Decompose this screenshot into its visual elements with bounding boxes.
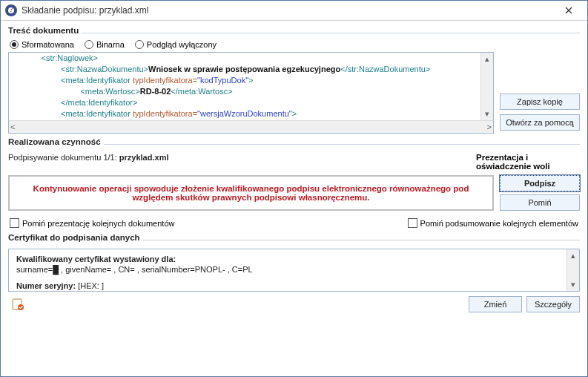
podpisz-button[interactable]: Podpisz — [500, 175, 580, 191]
radio-icon — [135, 40, 144, 49]
xml-preview[interactable]: <str:Naglowek> <str:NazwaDokumentu>Wnios… — [8, 52, 494, 134]
group-czynnosc: Realizowana czynność Podpisywanie dokume… — [8, 140, 580, 229]
pomin-button[interactable]: Pomiń — [500, 194, 580, 211]
cert-subject: surname=█ , givenName= , CN= , serialNum… — [16, 264, 572, 275]
app-icon: ? — [5, 4, 17, 16]
radio-label: Podgląd wyłączony — [147, 40, 217, 49]
zapisz-button[interactable]: Zapisz kopię — [500, 94, 580, 110]
warning-box: Kontynuowanie operacji spowoduje złożeni… — [8, 175, 494, 211]
otworz-button[interactable]: Otwórz za pomocą — [500, 114, 580, 131]
window-title: Składanie podpisu: przyklad.xml — [22, 5, 148, 16]
cert-issued-label: Kwalifikowany certyfikat wystawiony dla: — [16, 255, 176, 263]
scrollbar-horizontal[interactable]: <> — [9, 120, 493, 133]
legend-tresc: Treść dokumentu — [8, 26, 82, 35]
svg-text:?: ? — [9, 7, 13, 13]
xml-content: <str:Naglowek> <str:NazwaDokumentu>Wnios… — [9, 53, 480, 120]
legend-cert: Certyfikat do podpisania danych — [8, 233, 143, 242]
zmien-button[interactable]: Zmień — [469, 296, 522, 312]
group-cert: Certyfikat do podpisania danych Kwalifik… — [8, 235, 580, 312]
scrollbar-vertical[interactable]: ▴▾ — [566, 249, 579, 291]
cert-info-box: Kwalifikowany certyfikat wystawiony dla:… — [8, 249, 580, 292]
checkbox-label: Pomiń podsumowanie kolejnych elementów — [420, 219, 578, 228]
svg-point-5 — [18, 304, 24, 310]
legend-czynnosc: Realizowana czynność — [8, 137, 104, 146]
scrollbar-vertical[interactable]: ▴▾ — [480, 53, 493, 120]
radio-sformatowana[interactable]: Sformatowana — [10, 40, 74, 49]
radio-icon — [10, 40, 19, 49]
titlebar: ? Składanie podpisu: przyklad.xml — [1, 1, 587, 21]
checkbox-skip-summary[interactable] — [408, 218, 417, 228]
checkbox-skip-presentation[interactable] — [10, 218, 19, 228]
cert-serial-label: Numer seryjny: — [16, 281, 76, 290]
presentation-label: Prezentacja i oświadczenie woli — [476, 153, 580, 171]
close-button[interactable] — [553, 1, 584, 20]
cert-serial-value: [HEX: ] — [76, 281, 104, 290]
radio-label: Binarna — [96, 40, 125, 49]
radio-binarna[interactable]: Binarna — [85, 40, 125, 49]
radio-label: Sformatowana — [22, 40, 74, 49]
activity-line: Podpisywanie dokumentu 1/1: przyklad.xml — [8, 153, 168, 162]
group-tresc: Treść dokumentu Sformatowana Binarna Pod… — [8, 28, 580, 134]
radio-icon — [85, 40, 93, 49]
radio-wylaczony[interactable]: Podgląd wyłączony — [135, 40, 217, 49]
checkbox-label: Pomiń prezentację kolejnych dokumentów — [22, 219, 174, 228]
radio-row: Sformatowana Binarna Podgląd wyłączony — [10, 40, 580, 49]
cert-icon — [11, 298, 24, 311]
szczegoly-button[interactable]: Szczegóły — [526, 296, 580, 312]
